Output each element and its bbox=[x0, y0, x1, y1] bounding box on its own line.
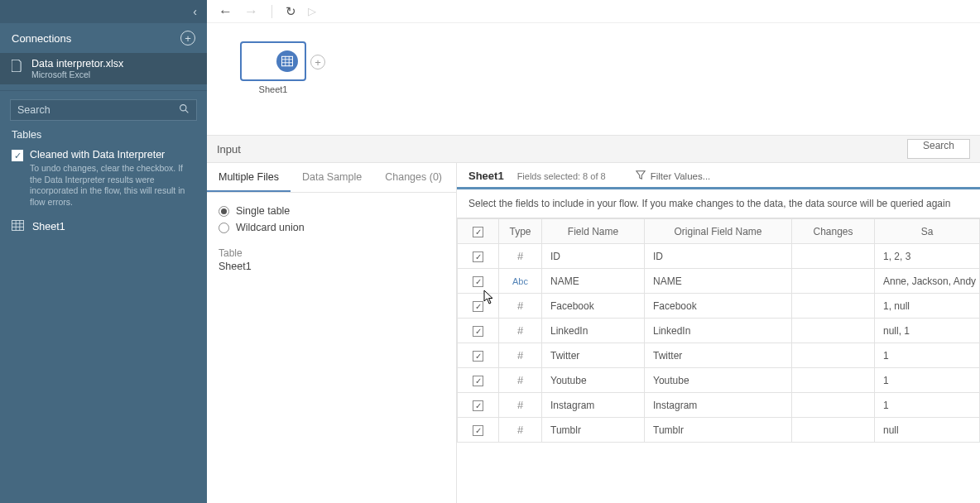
row-checkbox[interactable]: ✓ bbox=[473, 301, 483, 312]
table-item-sheet1[interactable]: Sheet1 bbox=[0, 217, 207, 237]
radio-icon bbox=[219, 206, 229, 217]
flow-node-label: Sheet1 bbox=[240, 84, 306, 94]
cell-field-name: Youtube bbox=[542, 368, 645, 393]
cell-original-field-name: Facebook bbox=[645, 294, 792, 319]
panel-title: Input bbox=[217, 143, 241, 156]
forward-button[interactable]: → bbox=[244, 4, 258, 18]
type-number-icon: # bbox=[517, 324, 523, 337]
table-row[interactable]: ✓#LinkedInLinkedInnull, 1 bbox=[458, 319, 980, 343]
cell-changes bbox=[792, 368, 875, 393]
flow-canvas[interactable]: Sheet1 + bbox=[207, 23, 980, 135]
row-checkbox[interactable]: ✓ bbox=[473, 425, 483, 436]
cell-original-field-name: ID bbox=[645, 244, 792, 269]
input-settings-pane: Multiple Files Data Sample Changes (0) S… bbox=[207, 163, 457, 503]
svg-rect-2 bbox=[12, 220, 24, 230]
cell-changes bbox=[792, 294, 875, 319]
data-interpreter-desc: To undo changes, clear the checkbox. If … bbox=[0, 163, 207, 217]
fields-table: ✓ Type Field Name Original Field Name Ch… bbox=[457, 218, 980, 443]
refresh-button[interactable]: ↻ bbox=[286, 5, 296, 17]
panel-search-button[interactable]: Search bbox=[907, 139, 970, 159]
cell-changes bbox=[792, 244, 875, 269]
cell-field-name: Facebook bbox=[542, 294, 645, 319]
add-step-button[interactable]: + bbox=[310, 55, 325, 69]
chevron-left-icon: ‹ bbox=[193, 5, 197, 18]
main-area: ← → ↻ ▷ Sheet1 + Input Search bbox=[207, 0, 980, 503]
table-row[interactable]: ✓AbcNAMENAMEAnne, Jackson, Andy bbox=[458, 269, 980, 294]
table-item-label: Sheet1 bbox=[32, 221, 65, 232]
connection-file-name: Data interpretor.xlsx bbox=[31, 58, 123, 69]
type-number-icon: # bbox=[517, 424, 523, 436]
type-number-icon: # bbox=[517, 399, 523, 411]
header-sample[interactable]: Sa bbox=[875, 219, 980, 244]
radio-single-table[interactable]: Single table bbox=[219, 203, 444, 219]
sidebar-search-input[interactable]: Search bbox=[10, 99, 197, 121]
cell-field-name: Twitter bbox=[542, 343, 645, 368]
row-checkbox[interactable]: ✓ bbox=[473, 276, 483, 287]
radio-wildcard-union[interactable]: Wildcard union bbox=[219, 219, 444, 236]
toolbar: ← → ↻ ▷ bbox=[207, 0, 980, 23]
cell-sample: 1, null bbox=[875, 294, 980, 319]
run-button[interactable]: ▷ bbox=[308, 6, 316, 17]
cell-sample: null bbox=[875, 418, 980, 443]
type-number-icon: # bbox=[517, 250, 523, 262]
header-type[interactable]: Type bbox=[499, 219, 542, 244]
back-button[interactable]: ← bbox=[219, 4, 233, 18]
header-check[interactable]: ✓ bbox=[458, 219, 499, 244]
table-row[interactable]: ✓#TwitterTwitter1 bbox=[458, 343, 980, 368]
panel-header: Input Search bbox=[207, 135, 980, 163]
header-original-field-name[interactable]: Original Field Name bbox=[645, 219, 792, 244]
funnel-icon bbox=[636, 170, 646, 182]
cell-original-field-name: Twitter bbox=[645, 343, 792, 368]
cell-field-name: ID bbox=[542, 244, 645, 269]
table-value: Sheet1 bbox=[219, 261, 444, 272]
cell-original-field-name: Instagram bbox=[645, 393, 792, 418]
cell-original-field-name: Youtube bbox=[645, 368, 792, 393]
tables-label: Tables bbox=[0, 127, 207, 146]
connections-header: Connections + bbox=[0, 23, 207, 53]
connection-item[interactable]: Data interpretor.xlsx Microsoft Excel bbox=[0, 53, 207, 84]
tab-data-sample[interactable]: Data Sample bbox=[291, 163, 373, 192]
filter-values-button[interactable]: Filter Values... bbox=[636, 170, 711, 182]
file-icon bbox=[12, 60, 23, 72]
cell-original-field-name: Tumblr bbox=[645, 418, 792, 443]
radio-icon bbox=[219, 223, 229, 233]
add-connection-button[interactable]: + bbox=[180, 31, 195, 46]
table-row[interactable]: ✓#YoutubeYoutube1 bbox=[458, 368, 980, 393]
table-label: Table bbox=[219, 247, 444, 259]
cell-sample: 1 bbox=[875, 368, 980, 393]
search-placeholder: Search bbox=[17, 104, 50, 116]
tab-changes[interactable]: Changes (0) bbox=[373, 163, 454, 192]
row-checkbox[interactable]: ✓ bbox=[473, 376, 483, 386]
cell-sample: null, 1 bbox=[875, 319, 980, 343]
cell-field-name: Tumblr bbox=[542, 418, 645, 443]
data-interpreter-checkbox[interactable]: ✓ bbox=[12, 150, 23, 161]
fields-pane: Sheet1 Fields selected: 8 of 8 Filter Va… bbox=[457, 163, 980, 503]
datasource-icon bbox=[276, 50, 298, 72]
table-row[interactable]: ✓#FacebookFacebook1, null bbox=[458, 294, 980, 319]
cell-sample: 1 bbox=[875, 393, 980, 418]
type-string-icon: Abc bbox=[512, 276, 528, 286]
cell-field-name: NAME bbox=[542, 269, 645, 294]
instruction-text: Select the fields to include in your flo… bbox=[457, 189, 980, 218]
header-changes[interactable]: Changes bbox=[792, 219, 875, 244]
cell-changes bbox=[792, 418, 875, 443]
tab-multiple-files[interactable]: Multiple Files bbox=[207, 163, 291, 192]
flow-node-sheet1[interactable]: Sheet1 bbox=[240, 41, 306, 94]
fields-selected-label: Fields selected: 8 of 8 bbox=[517, 171, 606, 181]
header-field-name[interactable]: Field Name bbox=[542, 219, 645, 244]
table-row[interactable]: ✓#IDID1, 2, 3 bbox=[458, 244, 980, 269]
table-row[interactable]: ✓#InstagramInstagram1 bbox=[458, 393, 980, 418]
type-number-icon: # bbox=[517, 299, 523, 312]
row-checkbox[interactable]: ✓ bbox=[473, 252, 483, 262]
svg-rect-7 bbox=[281, 56, 292, 65]
cell-field-name: Instagram bbox=[542, 393, 645, 418]
table-row[interactable]: ✓#TumblrTumblrnull bbox=[458, 418, 980, 443]
type-number-icon: # bbox=[517, 374, 523, 386]
row-checkbox[interactable]: ✓ bbox=[473, 400, 483, 411]
row-checkbox[interactable]: ✓ bbox=[473, 351, 483, 362]
sidebar-collapse-bar[interactable]: ‹ bbox=[0, 0, 207, 23]
data-interpreter-label: Cleaned with Data Interpreter bbox=[30, 149, 165, 160]
row-checkbox[interactable]: ✓ bbox=[473, 326, 483, 337]
cell-sample: 1, 2, 3 bbox=[875, 244, 980, 269]
cell-field-name: LinkedIn bbox=[542, 319, 645, 343]
